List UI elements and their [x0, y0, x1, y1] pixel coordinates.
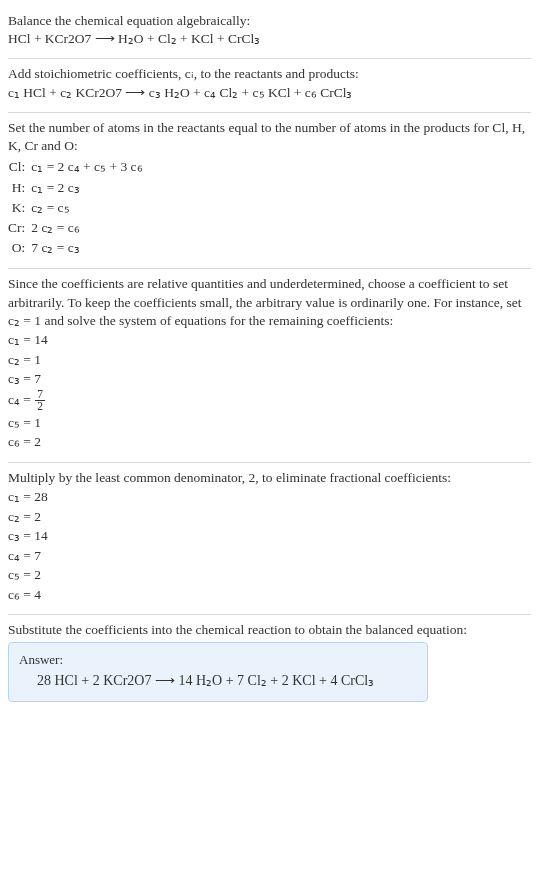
solve-intro: Since the coefficients are relative quan…	[8, 275, 531, 330]
coef-c5: c₅ = 2	[8, 565, 531, 585]
coef-c4: c₄ = 7	[8, 546, 531, 566]
coef-list: c₁ = 14 c₂ = 1 c₃ = 7 c₄ = 72 c₅ = 1 c₆ …	[8, 330, 531, 452]
coef-c3: c₃ = 14	[8, 526, 531, 546]
element-label: K:	[8, 198, 31, 218]
answer-label: Answer:	[19, 651, 417, 669]
table-row: H: c₁ = 2 c₃	[8, 178, 147, 198]
problem-line1: Balance the chemical equation algebraica…	[8, 12, 531, 30]
section-solve: Since the coefficients are relative quan…	[8, 269, 531, 461]
element-equation: c₁ = 2 c₄ + c₅ + 3 c₆	[31, 157, 146, 177]
fraction: 72	[35, 389, 45, 413]
table-row: Cl: c₁ = 2 c₄ + c₅ + 3 c₆	[8, 157, 147, 177]
coef-c1: c₁ = 28	[8, 487, 531, 507]
section-substitute: Substitute the coefficients into the che…	[8, 615, 531, 706]
substitute-intro: Substitute the coefficients into the che…	[8, 621, 531, 639]
element-label: Cl:	[8, 157, 31, 177]
multiply-intro: Multiply by the least common denominator…	[8, 469, 531, 487]
stoich-equation: c₁ HCl + c₂ KCr2O7 ⟶ c₃ H₂O + c₄ Cl₂ + c…	[8, 84, 531, 102]
coef-c1: c₁ = 14	[8, 330, 531, 350]
atom-balance-table: Cl: c₁ = 2 c₄ + c₅ + 3 c₆ H: c₁ = 2 c₃ K…	[8, 157, 147, 258]
table-row: Cr: 2 c₂ = c₆	[8, 218, 147, 238]
section-stoichiometric: Add stoichiometric coefficients, cᵢ, to …	[8, 59, 531, 111]
coef-c6: c₆ = 4	[8, 585, 531, 605]
atom-balance-intro: Set the number of atoms in the reactants…	[8, 119, 531, 155]
element-equation: c₁ = 2 c₃	[31, 178, 146, 198]
coef-c3: c₃ = 7	[8, 369, 531, 389]
coef-c2: c₂ = 2	[8, 507, 531, 527]
table-row: K: c₂ = c₅	[8, 198, 147, 218]
answer-box: Answer: 28 HCl + 2 KCr2O7 ⟶ 14 H₂O + 7 C…	[8, 642, 428, 702]
section-multiply: Multiply by the least common denominator…	[8, 463, 531, 615]
coef-c4: c₄ = 72	[8, 389, 531, 413]
element-equation: 2 c₂ = c₆	[31, 218, 146, 238]
coef-c6: c₆ = 2	[8, 432, 531, 452]
section-atom-balance: Set the number of atoms in the reactants…	[8, 113, 531, 269]
section-problem: Balance the chemical equation algebraica…	[8, 6, 531, 58]
coef-c2: c₂ = 1	[8, 350, 531, 370]
table-row: O: 7 c₂ = c₃	[8, 238, 147, 258]
element-label: H:	[8, 178, 31, 198]
element-equation: c₂ = c₅	[31, 198, 146, 218]
problem-equation: HCl + KCr2O7 ⟶ H₂O + Cl₂ + KCl + CrCl₃	[8, 30, 531, 48]
element-label: Cr:	[8, 218, 31, 238]
coef-c5: c₅ = 1	[8, 413, 531, 433]
coef-list-final: c₁ = 28 c₂ = 2 c₃ = 14 c₄ = 7 c₅ = 2 c₆ …	[8, 487, 531, 604]
coef-c4-prefix: c₄ =	[8, 392, 34, 407]
fraction-denominator: 2	[35, 401, 45, 412]
stoich-intro: Add stoichiometric coefficients, cᵢ, to …	[8, 65, 531, 83]
element-label: O:	[8, 238, 31, 258]
answer-equation: 28 HCl + 2 KCr2O7 ⟶ 14 H₂O + 7 Cl₂ + 2 K…	[19, 672, 417, 691]
element-equation: 7 c₂ = c₃	[31, 238, 146, 258]
